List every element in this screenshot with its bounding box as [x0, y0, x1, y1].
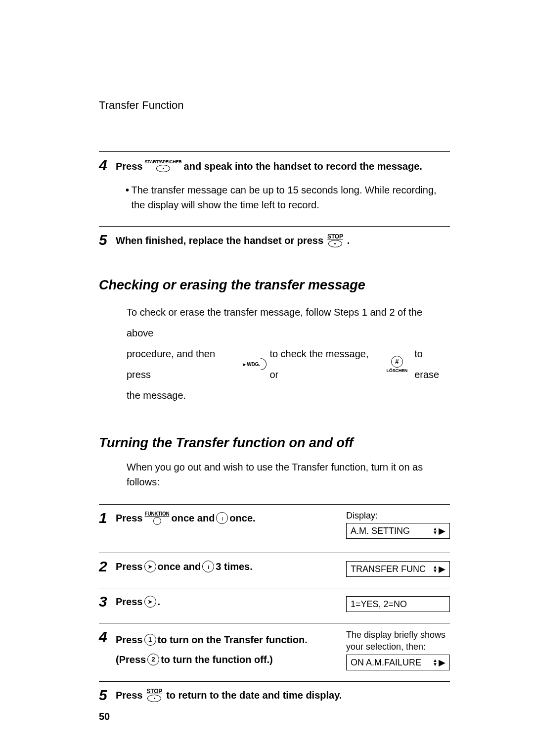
section-title-turning: Turning the Transfer function on and off	[99, 435, 450, 451]
down-key-icon	[216, 512, 228, 524]
text: To check or erase the transfer message, …	[127, 307, 422, 338]
display-label: Display:	[346, 511, 450, 521]
wdg-label: WDG.	[247, 359, 260, 370]
step-text: .	[347, 233, 350, 248]
lcd-display: ON A.M.FAILURE ▲▼▶	[346, 655, 450, 670]
key-label: FUNKTION	[145, 512, 170, 517]
key-label: START/SPEICHER	[145, 160, 182, 164]
updown-arrow-icon: ▲▼	[433, 565, 438, 573]
right-arrow-icon: ▶	[439, 657, 445, 668]
text: once and	[158, 559, 201, 574]
step-2-body: Press ➤ once and 3 times.	[116, 559, 331, 574]
oval-key-icon	[147, 695, 161, 702]
digit-2-key: 2	[147, 654, 159, 665]
right-arrow-icon: ▶	[439, 525, 445, 536]
lcd-text: A.M. SETTING	[351, 526, 410, 536]
step-text: Press	[116, 159, 143, 174]
bullet-icon: •	[126, 183, 132, 212]
text: to turn on the Transfer function.	[158, 630, 308, 649]
right-key-icon: ➤	[144, 596, 156, 608]
running-head: Transfer Function	[99, 99, 450, 112]
check-paragraph: To check or erase the transfer message, …	[127, 302, 450, 406]
display-note: The display briefly shows your selection…	[346, 629, 450, 653]
step-4-upper: 4 Press START/SPEICHER and speak into th…	[99, 158, 450, 212]
oval-key-icon	[156, 165, 170, 172]
text: (Press	[116, 650, 146, 669]
step-text: When finished, replace the handset or pr…	[116, 233, 323, 248]
divider	[99, 504, 450, 505]
lcd-text: TRANSFER FUNC	[351, 564, 426, 574]
hash-key: #	[391, 356, 403, 368]
text: Press	[116, 688, 143, 703]
step-1-body: Press FUNKTION once and once.	[116, 511, 331, 525]
step-number: 4	[99, 158, 116, 173]
step-5-upper: 5 When finished, replace the handset or …	[99, 233, 450, 248]
text: procedure, and then press	[127, 343, 241, 385]
divider	[99, 226, 450, 227]
lcd-display: 1=YES, 2=NO	[346, 596, 450, 612]
step-number: 5	[99, 233, 116, 247]
down-key-icon	[202, 561, 214, 572]
key-label: STOP	[147, 688, 163, 694]
turn-paragraph: When you go out and wish to use the Tran…	[127, 460, 450, 489]
small-circle-icon	[153, 517, 161, 525]
text: the message.	[127, 390, 186, 401]
text: .	[158, 594, 161, 609]
oval-key-icon	[328, 240, 342, 247]
funktion-key: FUNKTION	[145, 512, 170, 525]
step-bullet-text: The transfer message can be up to 15 sec…	[132, 183, 450, 212]
text: 3 times.	[216, 559, 252, 574]
step-number: 4	[99, 629, 116, 644]
text: Press	[116, 594, 143, 609]
stop-key: STOP	[327, 234, 343, 247]
divider	[99, 151, 450, 152]
text: Press	[116, 559, 143, 574]
step-number: 2	[99, 559, 116, 574]
key-label: STOP	[327, 234, 343, 239]
key-label: LÖSCHEN	[387, 369, 408, 373]
divider	[99, 553, 450, 553]
start-speicher-key: START/SPEICHER	[145, 160, 182, 172]
divider	[99, 588, 450, 588]
text: to check the message, or	[269, 343, 379, 385]
right-arrow-icon: ▶	[439, 564, 445, 574]
page-number: 50	[99, 711, 110, 722]
step-number: 5	[99, 688, 116, 703]
lcd-display: A.M. SETTING ▲▼▶	[346, 523, 450, 539]
digit-1-key: 1	[144, 634, 156, 646]
lcd-text: ON A.M.FAILURE	[351, 658, 421, 668]
text: once and	[172, 511, 215, 525]
text: Press	[116, 630, 143, 649]
stop-key: STOP	[147, 688, 163, 702]
text: once.	[229, 511, 255, 525]
updown-arrow-icon: ▲▼	[433, 527, 438, 535]
divider	[99, 681, 450, 682]
text: to turn the function off.)	[161, 650, 273, 669]
step-3-body: Press ➤ .	[116, 594, 331, 609]
updown-arrow-icon: ▲▼	[433, 659, 438, 666]
text: Press	[116, 511, 143, 525]
step-4-body: Press 1 to turn on the Transfer function…	[116, 629, 331, 668]
step-number: 1	[99, 511, 116, 525]
divider	[99, 623, 450, 623]
play-icon: ▸	[243, 359, 246, 370]
step-5-lower: 5 Press STOP to return to the date and t…	[99, 688, 450, 703]
half-circle-key-icon	[261, 358, 267, 370]
lcd-text: 1=YES, 2=NO	[351, 599, 407, 610]
step-text: and speak into the handset to record the…	[184, 159, 422, 174]
section-title-checking: Checking or erasing the transfer message	[99, 278, 450, 293]
text: to erase	[414, 343, 450, 385]
text: to return to the date and time display.	[166, 688, 342, 703]
lcd-display: TRANSFER FUNC ▲▼▶	[346, 561, 450, 577]
right-key-icon: ➤	[144, 561, 156, 572]
step-number: 3	[99, 594, 116, 609]
